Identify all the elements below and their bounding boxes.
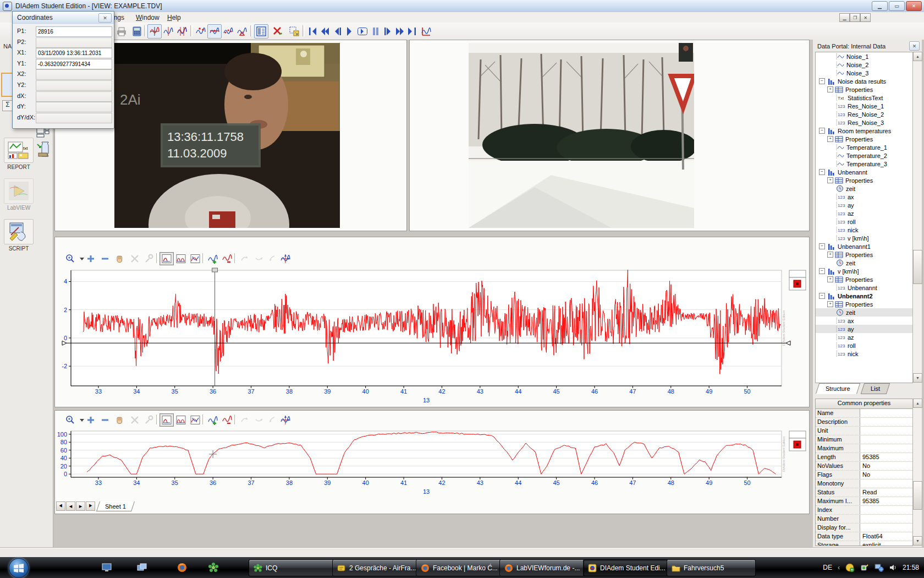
tree-item-v-km-h-[interactable]: 123v [km\h]	[816, 234, 912, 242]
expand-icon[interactable]: +	[827, 86, 833, 92]
signal-delta-icon[interactable]	[235, 24, 249, 39]
taskbar-button-4[interactable]: LabVIEWforum.de -...	[499, 559, 588, 576]
tree-item-v-km-h-[interactable]: −v [km\h]	[816, 267, 912, 275]
remove-curve-icon[interactable]	[220, 252, 234, 265]
view-overlay-icon[interactable]	[188, 252, 202, 265]
property-row-storage[interactable]: Storageexplicit	[816, 541, 912, 546]
zoom-in-icon[interactable]	[84, 413, 98, 427]
view-overlay-icon[interactable]	[188, 413, 202, 427]
tree-item-az[interactable]: 123az	[816, 209, 912, 217]
tray-expand-icon[interactable]: ‹	[838, 564, 840, 571]
taskbar-clock[interactable]: 21:58	[903, 564, 919, 571]
menu-item-help[interactable]: Help	[165, 13, 183, 22]
tree-item-statisticstext[interactable]: TxtStatisticsText	[816, 94, 912, 102]
tree-item-res-noise-1[interactable]: 123Res_Noise_1	[816, 102, 912, 110]
tree-item-noise-3[interactable]: Noise_3	[816, 69, 912, 77]
coordinates-field-y1[interactable]	[36, 59, 112, 69]
taskbar-button-6[interactable]: Fahrversuch5	[667, 559, 756, 576]
property-row-monotony[interactable]: Monotony	[816, 479, 912, 488]
tree-item-room-temperatures[interactable]: −Room temperatures	[816, 127, 912, 135]
data-portal-tree[interactable]: Noise_1Noise_2Noise_3−Noise data results…	[815, 52, 913, 383]
collapse-icon[interactable]: −	[819, 128, 825, 134]
expand-icon[interactable]: +	[827, 276, 833, 282]
measurement-icon[interactable]	[419, 24, 433, 39]
tray-network-icon[interactable]	[875, 563, 884, 572]
tree-item-zeit[interactable]: zeit	[816, 184, 912, 193]
mdi-restore-icon[interactable]: ❐	[850, 13, 860, 22]
coordinates-field-x2[interactable]	[36, 69, 112, 80]
view-single-icon[interactable]	[160, 413, 174, 427]
sidebar-button-script[interactable]: SCRIPT	[3, 219, 35, 252]
cursor-curve-icon[interactable]	[161, 24, 175, 39]
property-row-novalues[interactable]: NoValuesNo	[816, 462, 912, 471]
collapse-icon[interactable]: −	[819, 293, 825, 299]
tree-item-noise-data-results[interactable]: −Noise data results	[816, 77, 912, 85]
signal-band-icon[interactable]	[221, 24, 235, 39]
show-desktop-icon[interactable]	[101, 561, 113, 574]
sidebar-button-labview[interactable]: LabVIEW	[3, 178, 35, 211]
data-portal-close-icon[interactable]: ✕	[909, 41, 920, 51]
chart-bottom[interactable]: 1008060402003334353637383940414243444546…	[55, 428, 809, 501]
tree-item-ax[interactable]: 123ax	[816, 193, 912, 201]
chart-top[interactable]: 420-233343536373839404142434445464748495…	[55, 267, 809, 407]
pan-hand-icon[interactable]	[112, 252, 127, 265]
copy-display-icon[interactable]	[287, 24, 301, 39]
remove-curve-icon[interactable]	[220, 413, 234, 427]
icq-quicklaunch-icon[interactable]	[207, 561, 219, 574]
tree-item-zeit[interactable]: zeit	[816, 259, 912, 267]
start-button[interactable]	[9, 558, 29, 578]
video-left[interactable]: 2Ai 13:36:11.1758 11.03.2009	[114, 43, 340, 228]
scroll-thumb[interactable]	[913, 481, 922, 510]
tree-item-unbenannt1[interactable]: −Unbenannt1	[816, 242, 912, 250]
sheet-last-icon[interactable]: ⯈	[86, 501, 95, 511]
scroll-up-icon[interactable]: ▲	[913, 399, 922, 408]
coordinates-field-dydx[interactable]	[36, 113, 112, 123]
tree-item-res-noise-2[interactable]: 123Res_Noise_2	[816, 110, 912, 118]
sheet-tab[interactable]: Sheet 1	[96, 501, 135, 511]
tree-item-unbenannt2[interactable]: −Unbenannt2	[816, 292, 912, 300]
property-row-minimum[interactable]: Minimum	[816, 435, 912, 444]
tree-scrollbar[interactable]: ▲ ▼	[912, 52, 922, 382]
add-curve-icon[interactable]	[206, 252, 220, 265]
play-selection-icon[interactable]	[355, 24, 370, 39]
taskbar-button-5[interactable]: DIAdem Student Edi...	[583, 559, 672, 576]
calculator-icon[interactable]	[130, 24, 144, 39]
property-row-index[interactable]: Index	[816, 506, 912, 515]
expand-icon[interactable]: +	[827, 136, 833, 142]
tree-item-noise-1[interactable]: Noise_1	[816, 52, 912, 61]
tree-item-res-noise-3[interactable]: 123Res_Noise_3	[816, 118, 912, 127]
pan-hand-icon[interactable]	[112, 413, 127, 427]
mdi-minimize-icon[interactable]: ▁	[839, 13, 850, 22]
zoom-select-icon[interactable]	[63, 413, 77, 427]
switch-windows-icon[interactable]	[136, 561, 148, 574]
expand-icon[interactable]: +	[827, 252, 833, 258]
tree-item-properties[interactable]: +Properties	[816, 275, 912, 283]
minimize-button[interactable]: ▁	[872, 1, 888, 11]
taskbar-button-2[interactable]: 2 Gespräche - AirFra...	[332, 559, 421, 576]
property-row-length[interactable]: Length95385	[816, 453, 912, 462]
menu-item-window[interactable]: Window	[134, 13, 162, 22]
tree-item-ax[interactable]: 123ax	[816, 317, 912, 325]
signal-mean-icon[interactable]	[207, 24, 222, 39]
tree-item-properties[interactable]: +Properties	[816, 176, 912, 184]
scroll-thumb[interactable]	[913, 250, 922, 284]
tree-item-unbenannt[interactable]: −Unbenannt	[816, 168, 912, 176]
jump-end-icon[interactable]	[405, 24, 419, 39]
zoom-in-icon[interactable]	[84, 252, 98, 265]
collapse-icon[interactable]: −	[819, 169, 825, 175]
tab-structure[interactable]: Structure	[816, 383, 860, 394]
scroll-down-icon[interactable]: ▼	[913, 373, 922, 383]
axis-config-icon[interactable]	[278, 252, 293, 265]
property-row-name[interactable]: Name	[816, 409, 912, 418]
tree-item-temperature-2[interactable]: Temperature_2	[816, 151, 912, 160]
property-row-maximum[interactable]: Maximum	[816, 444, 912, 453]
video-right[interactable]	[469, 43, 694, 228]
language-indicator[interactable]: DE	[823, 564, 832, 571]
tree-item-properties[interactable]: +Properties	[816, 300, 912, 308]
collapse-icon[interactable]: −	[819, 243, 825, 249]
property-row-description[interactable]: Description	[816, 418, 912, 427]
scroll-down-icon[interactable]: ▼	[913, 536, 922, 546]
cursor-double-icon[interactable]	[175, 24, 189, 39]
tree-item-temperature-1[interactable]: Temperature_1	[816, 143, 912, 151]
tree-item-roll[interactable]: 123roll	[816, 341, 912, 350]
